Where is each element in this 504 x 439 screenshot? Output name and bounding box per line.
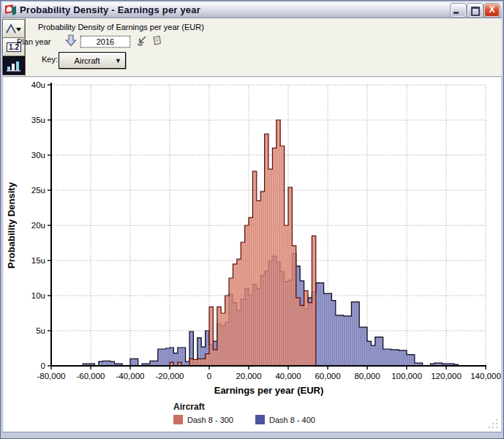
- application-window: Probability Density - Earnings per year …: [0, 0, 504, 439]
- line-peak-icon: [5, 23, 23, 36]
- svg-text:-80,000: -80,000: [37, 372, 65, 380]
- legend-title: Aircraft: [173, 402, 331, 412]
- svg-text:-60,000: -60,000: [76, 372, 105, 380]
- key-dropdown-value: Aircraft: [59, 56, 115, 65]
- close-icon: X: [485, 4, 499, 16]
- svg-text:60,000: 60,000: [315, 372, 340, 380]
- svg-text:15u: 15u: [31, 256, 45, 265]
- y-axis-title: Probability Density: [6, 181, 17, 269]
- minimize-icon: [454, 12, 459, 14]
- svg-text:5u: 5u: [36, 326, 45, 335]
- x-axis-title: Earnings per year (EUR): [214, 385, 324, 396]
- maximize-button[interactable]: [467, 4, 483, 17]
- svg-text:40u: 40u: [31, 80, 45, 89]
- bar-chart-icon: [5, 59, 23, 72]
- svg-text:35u: 35u: [31, 116, 45, 124]
- svg-text:80,000: 80,000: [354, 372, 380, 380]
- legend-label: Dash 8 - 400: [269, 416, 315, 424]
- key-label: Key:: [42, 55, 58, 64]
- key-dropdown[interactable]: Aircraft ▼: [59, 52, 126, 69]
- svg-text:0: 0: [41, 361, 45, 370]
- svg-text:10u: 10u: [31, 291, 45, 300]
- histogram-view-button[interactable]: [3, 56, 25, 75]
- legend-label: Dash 8 - 300: [187, 416, 233, 424]
- plan-year-label: Plan year: [17, 37, 50, 46]
- svg-text:30u: 30u: [31, 151, 45, 160]
- svg-text:-40,000: -40,000: [116, 372, 144, 380]
- toolbar: 1.2 Probability Density of Earnings per …: [2, 18, 502, 76]
- close-button[interactable]: X: [484, 4, 500, 17]
- svg-text:20u: 20u: [31, 221, 45, 230]
- svg-text:140,000: 140,000: [470, 372, 501, 380]
- svg-text:-20,000: -20,000: [155, 372, 184, 380]
- window-bottom-edge: [2, 432, 502, 437]
- svg-text:120,000: 120,000: [431, 372, 462, 380]
- chart-tool-column: 1.2: [2, 18, 26, 76]
- maximize-icon: [471, 7, 480, 16]
- legend-item: Dash 8 - 400: [255, 415, 315, 424]
- note-page-icon[interactable]: [151, 35, 162, 46]
- drilldown-arrow-icon[interactable]: [65, 34, 77, 48]
- svg-text:25u: 25u: [31, 186, 45, 195]
- chart-svg: -80,000-60,000-40,000-20,000020,00040,00…: [3, 77, 503, 399]
- series-dash8-300: [83, 120, 458, 366]
- title-bar[interactable]: Probability Density - Earnings per year …: [2, 2, 502, 18]
- legend-swatch-dash8-400: [255, 415, 265, 424]
- window-title: Probability Density - Earnings per year: [20, 4, 449, 15]
- legend-item: Dash 8 - 300: [173, 415, 233, 424]
- resize-grip[interactable]: [489, 419, 499, 429]
- svg-text:40,000: 40,000: [275, 372, 301, 380]
- legend-swatch-dash8-300: [173, 415, 183, 424]
- svg-text:0: 0: [207, 372, 211, 380]
- plan-year-input[interactable]: [80, 36, 130, 48]
- svg-text:20,000: 20,000: [236, 372, 261, 380]
- goto-source-icon[interactable]: [137, 35, 148, 46]
- chevron-down-icon: ▼: [115, 57, 121, 64]
- probability-density-chart[interactable]: -80,000-60,000-40,000-20,000020,00040,00…: [3, 77, 501, 402]
- minimize-button[interactable]: [451, 4, 466, 17]
- app-logo-icon: [4, 4, 16, 15]
- svg-text:100,000: 100,000: [391, 372, 422, 380]
- chart-panel: -80,000-60,000-40,000-20,000020,00040,00…: [3, 76, 501, 432]
- chart-legend: Aircraft Dash 8 - 300 Dash 8 - 400: [173, 402, 331, 424]
- chart-heading: Probability Density of Earnings per year…: [38, 23, 204, 31]
- chart-type-button[interactable]: [3, 20, 25, 38]
